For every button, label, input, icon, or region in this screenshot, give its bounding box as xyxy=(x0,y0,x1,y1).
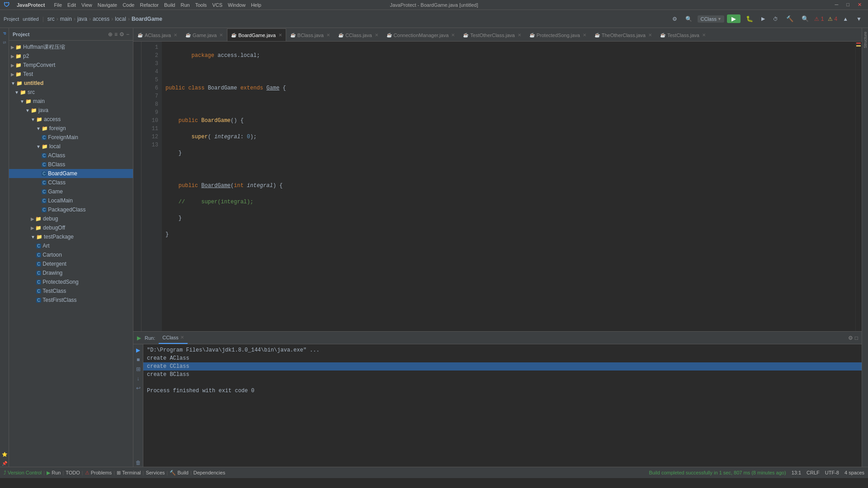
panel-icon-3[interactable]: ⚙ xyxy=(119,31,124,38)
menu-run[interactable]: Run xyxy=(181,2,190,8)
tree-src[interactable]: ▼ 📁 src xyxy=(9,88,133,97)
menu-window[interactable]: Window xyxy=(228,2,245,8)
structure-side-label[interactable]: Structure xyxy=(863,32,868,48)
tree-testpackage[interactable]: ▼ 📁 testPackage xyxy=(9,232,133,241)
panel-icon-4[interactable]: − xyxy=(126,31,129,38)
maximize-button[interactable]: □ xyxy=(844,1,852,9)
status-run[interactable]: ▶ Run xyxy=(47,470,61,476)
status-terminal[interactable]: ⊞ Terminal xyxy=(117,470,141,476)
menu-build[interactable]: Build xyxy=(164,2,175,8)
tab-theotherclass[interactable]: ☕ TheOtherClass.java ✕ xyxy=(590,28,656,41)
run-wrap-btn[interactable]: ↩ xyxy=(135,384,142,392)
tree-test[interactable]: ▶ 📁 Test xyxy=(9,70,133,79)
tab-close-aclass[interactable]: ✕ xyxy=(174,33,177,38)
bottom-tab-cclass[interactable]: CClass ✕ xyxy=(159,332,187,344)
breadcrumb-java[interactable]: java xyxy=(77,16,87,22)
structure-icon[interactable]: S xyxy=(1,39,8,46)
tree-detergent[interactable]: C Detergent xyxy=(9,259,133,268)
close-button[interactable]: ✕ xyxy=(855,1,864,9)
tree-debugoff[interactable]: ▶ 📁 debugOff xyxy=(9,223,133,232)
tab-close-testcls[interactable]: ✕ xyxy=(702,33,706,38)
status-todo[interactable]: TODO xyxy=(66,470,80,475)
tab-game[interactable]: ☕ Game.java ✕ xyxy=(181,28,227,41)
collapse-all[interactable]: ▲ xyxy=(840,15,851,23)
tab-close-game[interactable]: ✕ xyxy=(219,33,223,38)
tab-boardgame[interactable]: ☕ BoardGame.java ✕ xyxy=(227,28,286,41)
tab-aclass[interactable]: ☕ AClass.java ✕ xyxy=(133,28,181,41)
panel-icon-1[interactable]: ⊕ xyxy=(108,31,113,38)
status-dependencies[interactable]: Dependencies xyxy=(193,470,225,475)
tab-close-connmgr[interactable]: ✕ xyxy=(451,33,455,38)
tree-tempconvert[interactable]: ▶ 📁 TempConvert xyxy=(9,61,133,70)
run-play-btn[interactable]: ▶ xyxy=(135,346,141,354)
tab-close-cclass[interactable]: ✕ xyxy=(375,33,378,38)
tab-bclass[interactable]: ☕ BClass.java ✕ xyxy=(286,28,334,41)
status-build[interactable]: 🔨 Build xyxy=(170,470,189,476)
menu-tools[interactable]: Tools xyxy=(195,2,207,8)
cursor-position[interactable]: 13:1 xyxy=(792,470,801,475)
bottom-tab-cclass-close[interactable]: ✕ xyxy=(180,335,184,340)
tab-close-protsong[interactable]: ✕ xyxy=(583,33,586,38)
tab-testclass[interactable]: ☕ TestClass.java ✕ xyxy=(656,28,710,41)
error-count-display[interactable]: ⚠ 1 ⚠ 4 xyxy=(814,16,837,22)
tree-testfirstclass[interactable]: C TestFirstClass xyxy=(9,296,133,305)
tab-close-boardgame[interactable]: ✕ xyxy=(278,33,282,38)
menu-view[interactable]: View xyxy=(81,2,92,8)
run-clear-btn[interactable]: 🗑 xyxy=(135,459,142,467)
tree-art[interactable]: C Art xyxy=(9,241,133,250)
tab-protectedsong[interactable]: ☕ ProtectedSong.java ✕ xyxy=(525,28,590,41)
untitled-project[interactable]: untitled xyxy=(23,16,38,22)
tree-local[interactable]: ▼ 📁 local xyxy=(9,142,133,151)
panel-icon-2[interactable]: ≡ xyxy=(114,31,118,38)
menu-file[interactable]: File xyxy=(54,2,62,8)
status-problems[interactable]: ⚠ Problems xyxy=(85,470,112,476)
tab-close-testother[interactable]: ✕ xyxy=(518,33,521,38)
expand-all[interactable]: ▼ xyxy=(854,15,864,23)
tree-untitled[interactable]: ▼ 📁 untitled xyxy=(9,79,133,88)
tree-protectedsong[interactable]: C ProtectedSong xyxy=(9,277,133,286)
menu-edit[interactable]: Edit xyxy=(67,2,76,8)
bottom-settings-icon[interactable]: ⚙ xyxy=(848,335,853,341)
status-vcs[interactable]: ⤴ Version Control xyxy=(4,470,42,475)
tree-java[interactable]: ▼ 📁 java xyxy=(9,106,133,115)
tab-connectionmanager[interactable]: ☕ ConnectionManager.java ✕ xyxy=(382,28,459,41)
toolbar-search[interactable]: 🔍 xyxy=(683,15,695,23)
profile-button[interactable]: ⏱ xyxy=(770,15,781,23)
search-everywhere[interactable]: 🔍 xyxy=(799,14,811,23)
tab-close-theother[interactable]: ✕ xyxy=(648,33,652,38)
project-view-icon[interactable]: P xyxy=(1,30,8,37)
breadcrumb-access[interactable]: access xyxy=(93,16,109,22)
menu-refactor[interactable]: Refactor xyxy=(140,2,159,8)
tree-cclass[interactable]: C CClass xyxy=(9,178,133,187)
breadcrumb-src[interactable]: src xyxy=(47,16,55,22)
pin-icon[interactable]: 📌 xyxy=(1,460,8,467)
build-button[interactable]: 🔨 xyxy=(783,14,796,23)
breadcrumb-local[interactable]: local xyxy=(115,16,126,22)
menu-help[interactable]: Help xyxy=(251,2,261,8)
tree-access[interactable]: ▼ 📁 access xyxy=(9,115,133,124)
tree-packagedclass[interactable]: C PackagedClass xyxy=(9,205,133,214)
tree-huffman[interactable]: ▶ 📁 Huffman课程压缩 xyxy=(9,42,133,52)
toolbar-settings[interactable]: ⚙ xyxy=(670,15,680,23)
menu-code[interactable]: Code xyxy=(123,2,134,8)
tree-aclass[interactable]: C AClass xyxy=(9,151,133,160)
tab-testotherclass[interactable]: ☕ TestOtherClass.java ✕ xyxy=(459,28,525,41)
run-output[interactable]: "D:\Program Files\Java\jdk1.8.0_144\bin\… xyxy=(143,344,862,467)
coverage-button[interactable]: ▶︎ xyxy=(759,15,768,23)
line-ending[interactable]: CRLF xyxy=(807,470,820,475)
tree-testclass[interactable]: C TestClass xyxy=(9,286,133,296)
tree-game[interactable]: C Game xyxy=(9,187,133,196)
tree-localmain[interactable]: C LocalMain xyxy=(9,196,133,205)
run-config-selector[interactable]: CClass ▼ xyxy=(698,15,724,23)
code-content[interactable]: package access.local; public class Board… xyxy=(162,42,855,331)
run-stop-btn[interactable]: ■ xyxy=(136,356,141,364)
breadcrumb-boardgame[interactable]: BoardGame xyxy=(132,16,162,22)
tree-boardgame[interactable]: C BoardGame xyxy=(9,169,133,178)
menu-navigate[interactable]: Navigate xyxy=(98,2,117,8)
status-services[interactable]: Services xyxy=(146,470,165,475)
tree-debug[interactable]: ▶ 📁 debug xyxy=(9,214,133,223)
bookmark-icon[interactable]: ⭐ xyxy=(1,450,8,458)
tab-cclass[interactable]: ☕ CClass.java ✕ xyxy=(334,28,382,41)
menu-vcs[interactable]: VCS xyxy=(212,2,222,8)
tree-drawing[interactable]: C Drawing xyxy=(9,268,133,277)
